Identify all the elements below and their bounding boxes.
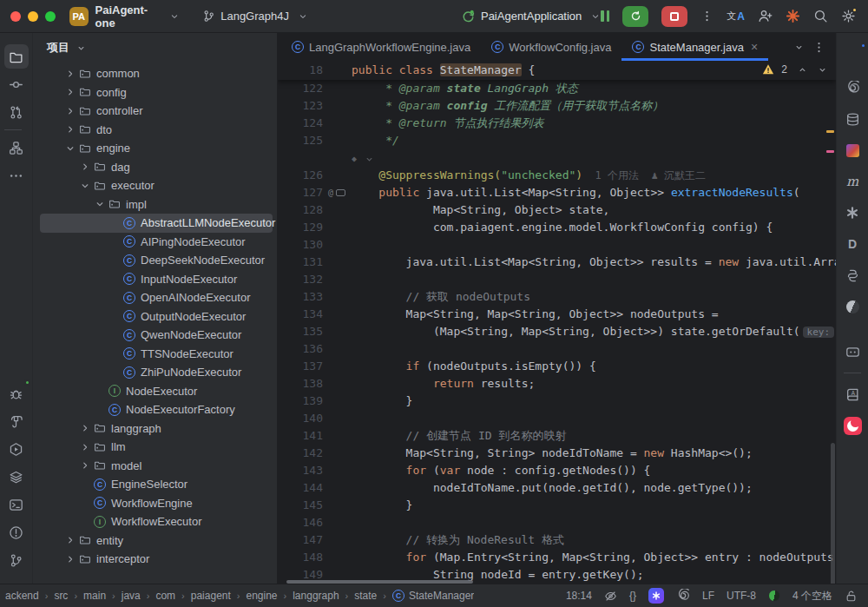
- project-panel-header[interactable]: 项目: [33, 33, 277, 63]
- todo-stripe-mark[interactable]: [826, 150, 834, 153]
- code-text[interactable]: public java.util.List<Map<String, Object…: [352, 184, 836, 201]
- tree-item-WorkflowEngine[interactable]: CWorkflowEngine: [40, 494, 273, 513]
- cursor-position[interactable]: 18:14: [566, 590, 592, 602]
- gutter[interactable]: 123: [278, 97, 352, 115]
- plugin-cube-icon[interactable]: [840, 138, 865, 162]
- braces-indicator[interactable]: {}: [629, 590, 636, 602]
- tree-item-TTSNodeExecutor[interactable]: CTTSNodeExecutor: [40, 345, 273, 364]
- gutter[interactable]: 139: [278, 393, 352, 410]
- line-separator[interactable]: LF: [702, 590, 714, 602]
- tree-item-dag[interactable]: dag: [40, 158, 273, 177]
- tree-item-EngineSelector[interactable]: CEngineSelector: [40, 475, 273, 494]
- gutter[interactable]: 129: [278, 219, 352, 236]
- gutter[interactable]: 146: [278, 514, 352, 531]
- annotation-gutter-icon[interactable]: @: [328, 184, 333, 201]
- tree-chevron-icon[interactable]: [78, 424, 92, 432]
- tree-item-config[interactable]: config: [40, 83, 273, 102]
- tree-chevron-icon[interactable]: [78, 443, 92, 452]
- gutter[interactable]: 122: [278, 80, 352, 97]
- debug-icon[interactable]: [4, 381, 29, 406]
- tree-chevron-icon[interactable]: [93, 200, 107, 208]
- gutter[interactable]: 135: [278, 323, 352, 340]
- maven-icon[interactable]: m: [840, 169, 865, 194]
- gutter[interactable]: 131: [278, 254, 352, 271]
- tree-item-llm[interactable]: llm: [40, 438, 273, 457]
- chevron-down-icon[interactable]: [818, 65, 827, 75]
- add-user-icon[interactable]: [758, 9, 773, 23]
- translate-icon[interactable]: 文A: [727, 10, 745, 23]
- gutter[interactable]: 148: [278, 549, 352, 566]
- rerun-button[interactable]: [622, 6, 648, 27]
- kebab-menu-icon[interactable]: [812, 41, 825, 54]
- translation-book-icon[interactable]: A: [840, 382, 865, 406]
- git-branch-icon[interactable]: [4, 548, 29, 572]
- gutter[interactable]: 132: [278, 271, 352, 288]
- code-text[interactable]: }: [352, 497, 836, 514]
- code-text[interactable]: // 转换为 NodeResult 格式: [352, 531, 836, 549]
- tree-item-controller[interactable]: controller: [40, 102, 273, 121]
- search-icon[interactable]: [813, 9, 828, 23]
- tree-item-ZhiPuNodeExecutor[interactable]: CZhiPuNodeExecutor: [40, 363, 273, 382]
- tree-item-interceptor[interactable]: interceptor: [40, 550, 273, 569]
- warning-stripe-mark[interactable]: [826, 130, 834, 133]
- code-text[interactable]: // 创建节点 ID 到名称的映射: [352, 427, 836, 445]
- chevron-down-icon[interactable]: [794, 43, 804, 52]
- green-circle-icon[interactable]: [768, 590, 780, 602]
- tree-chevron-icon[interactable]: [63, 144, 77, 153]
- breadcrumb-item-main[interactable]: main: [83, 590, 106, 602]
- tree-item-DeepSeekNodeExecutor[interactable]: CDeepSeekNodeExecutor: [40, 251, 273, 270]
- structure-icon[interactable]: [4, 135, 29, 160]
- tree-item-InputNodeExecutor[interactable]: CInputNodeExecutor: [40, 270, 273, 289]
- stop-button[interactable]: [661, 6, 687, 27]
- half-circle-icon[interactable]: [840, 294, 865, 319]
- code-text[interactable]: com.paiagent.engine.model.WorkflowConfig…: [352, 219, 836, 236]
- code-text[interactable]: * @param config 工作流配置（用于获取节点名称）: [352, 97, 836, 115]
- problems-icon[interactable]: [4, 520, 29, 544]
- code-text[interactable]: [352, 340, 836, 358]
- breadcrumb-item-StateManager[interactable]: CStateManager: [392, 590, 474, 602]
- code-text[interactable]: Map<String, Object> state,: [352, 201, 836, 219]
- project-folder-icon[interactable]: [4, 44, 29, 69]
- gutter[interactable]: 136: [278, 340, 352, 358]
- pull-requests-icon[interactable]: [4, 100, 29, 124]
- tree-item-impl[interactable]: impl: [40, 195, 273, 214]
- lock-open-icon[interactable]: [845, 590, 858, 603]
- gutter[interactable]: 141: [278, 427, 352, 445]
- gutter[interactable]: 127@: [278, 184, 352, 201]
- interlock-icon[interactable]: [840, 263, 865, 287]
- tree-chevron-icon[interactable]: [78, 461, 92, 470]
- code-text[interactable]: Map<String, Map<String, Object>> nodeOut…: [352, 306, 836, 323]
- author-hint[interactable]: ♟ 沉默王二: [639, 169, 706, 181]
- terminal-icon[interactable]: [4, 492, 29, 517]
- code-editor[interactable]: 18public class StateManager { 122 * @par…: [278, 61, 836, 584]
- ai-inline-action[interactable]: ◆: [352, 150, 374, 167]
- gutter[interactable]: 18: [278, 61, 352, 80]
- gutter[interactable]: 138: [278, 375, 352, 393]
- code-text[interactable]: */: [352, 132, 836, 149]
- code-text[interactable]: [352, 514, 836, 531]
- gutter[interactable]: 125: [278, 132, 352, 149]
- project-widget[interactable]: PaiAgent-one: [95, 3, 181, 30]
- minimize-window-button[interactable]: [28, 11, 38, 22]
- code-text[interactable]: nodeIdToName.put(node.getId(), node.getT…: [352, 479, 836, 497]
- ai-chat-icon[interactable]: [840, 340, 865, 364]
- code-text[interactable]: if (nodeOutputs.isEmpty()) {: [352, 358, 836, 375]
- inspections-widget[interactable]: 2: [762, 63, 827, 76]
- code-text[interactable]: [352, 410, 836, 427]
- tree-chevron-icon[interactable]: [63, 107, 77, 115]
- gutter[interactable]: 143: [278, 462, 352, 479]
- tree-chevron-icon[interactable]: [78, 181, 92, 190]
- tree-item-AIPingNodeExecutor[interactable]: CAIPingNodeExecutor: [40, 233, 273, 252]
- gutter[interactable]: 128: [278, 201, 352, 219]
- notifications-bell-icon[interactable]: [840, 44, 865, 69]
- pause-button[interactable]: [601, 10, 609, 22]
- maximize-window-button[interactable]: [45, 11, 56, 22]
- tree-item-AbstractLLMNodeExecutor[interactable]: CAbstractLLMNodeExecutor: [40, 214, 273, 233]
- more-icon[interactable]: [4, 163, 29, 188]
- tree-item-engine[interactable]: engine: [40, 139, 273, 158]
- tree-item-dto[interactable]: dto: [40, 121, 273, 140]
- code-text[interactable]: Map<String, String> nodeIdToName = new H…: [352, 445, 836, 462]
- gutter[interactable]: 144: [278, 479, 352, 497]
- breadcrumb-item-src[interactable]: src: [54, 590, 68, 602]
- chevron-up-icon[interactable]: [798, 65, 807, 75]
